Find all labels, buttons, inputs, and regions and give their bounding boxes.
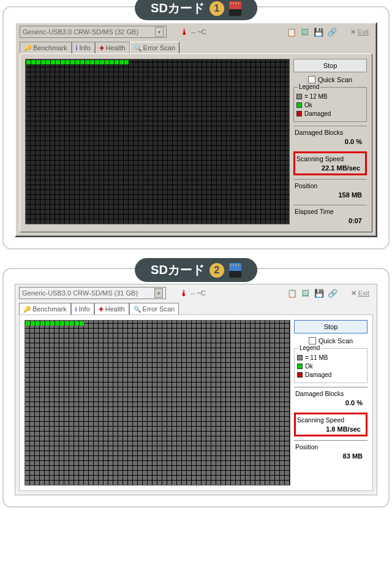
legend-damaged: Damaged	[297, 371, 364, 378]
temperature-value: -- ~C	[191, 28, 206, 36]
damaged-value: 0.0 %	[295, 138, 366, 145]
card-header: SDカード 1	[135, 0, 257, 20]
search-icon: 🔍	[134, 306, 141, 313]
damaged-blocks-block: Damaged Blocks 0.0 %	[294, 387, 368, 409]
scan-progress	[26, 60, 129, 64]
card-number-badge: 1	[209, 1, 224, 16]
device-select[interactable]: Generic-USB3.0 CRW-SD/MS (31 GB) ▾	[19, 287, 166, 299]
chevron-down-icon: ▾	[154, 288, 163, 298]
sd-card-icon	[229, 263, 241, 278]
speed-value: 22.1 MB/sec	[296, 164, 364, 172]
tab-info[interactable]: i Info	[72, 42, 95, 53]
tab-info[interactable]: i Info	[71, 303, 94, 314]
info-icon: i	[75, 306, 77, 313]
speed-value: 1.8 MB/sec	[297, 425, 364, 433]
legend-title: Legend	[298, 345, 321, 351]
sd-card-2: SDカード 2 Generic-USB3.0 CRW-SD/MS (31 GB)…	[2, 268, 390, 508]
position-label: Position	[295, 443, 366, 451]
position-value: 83 MB	[295, 452, 366, 460]
scan-speed-block: Scanning Speed 22.1 MB/sec	[293, 151, 367, 175]
legend-box: Legend = 12 MB Ok Damaged	[293, 87, 367, 122]
toolbar: Generic-USB3.0 CRW-SD/MS (32 GB) ▾ 🌡 -- …	[16, 23, 376, 40]
save-icon[interactable]: 💾	[312, 26, 325, 38]
exit-button[interactable]: ✕ Exit	[347, 28, 372, 36]
health-icon: ✚	[99, 306, 104, 313]
tabs: 🔑 Benchmark i Info ✚ Health 🔍 Error Scan	[15, 303, 377, 314]
temperature-readout: 🌡 -- ~C	[180, 27, 206, 37]
block-size-icon	[297, 355, 303, 360]
tab-benchmark[interactable]: 🔑 Benchmark	[20, 42, 72, 53]
elapsed-block: Elapsed Time 0:07	[293, 205, 367, 227]
card-title: SDカード	[151, 262, 205, 278]
screenshot-icon[interactable]: 🖼	[299, 26, 311, 38]
scan-progress	[26, 321, 84, 326]
quick-scan-checkbox[interactable]	[309, 337, 316, 345]
position-block: Position 158 MB	[293, 179, 367, 201]
damaged-block-icon	[296, 111, 302, 116]
stop-button[interactable]: Stop	[294, 320, 368, 333]
copy-icon[interactable]: 📋	[285, 26, 298, 38]
toolbar-buttons: 📋 🖼 💾 🔗	[285, 26, 338, 38]
quick-scan-label: Quick Scan	[318, 337, 353, 345]
sd-card-icon	[229, 1, 241, 16]
side-panel: Stop Quick Scan Legend = 12 MB Ok Damage…	[293, 59, 367, 227]
damaged-label: Damaged Blocks	[295, 390, 366, 397]
ok-block-icon	[297, 364, 303, 369]
copy-icon[interactable]: 📋	[286, 287, 298, 299]
stop-button[interactable]: Stop	[293, 59, 367, 72]
legend-ok: Ok	[296, 102, 364, 109]
info-icon: i	[76, 45, 78, 51]
close-icon: ✕	[350, 28, 356, 36]
screenshot-icon[interactable]: 🖼	[300, 287, 312, 299]
thermometer-icon: 🌡	[180, 27, 189, 37]
damaged-value: 0.0 %	[295, 399, 366, 406]
legend-blocksize: = 12 MB	[296, 93, 364, 100]
exit-button[interactable]: ✕ Exit	[347, 289, 373, 297]
quick-scan-checkbox[interactable]	[308, 76, 315, 83]
toolbar-buttons: 📋 🖼 💾 🔗	[286, 287, 339, 299]
tab-health[interactable]: ✚ Health	[94, 303, 129, 314]
card-title: SDカード	[151, 0, 205, 17]
temperature-value: -- ~C	[190, 289, 206, 297]
damaged-label: Damaged Blocks	[295, 129, 366, 136]
position-label: Position	[295, 182, 366, 189]
legend-box: Legend = 11 MB Ok Damaged	[294, 348, 368, 383]
device-select[interactable]: Generic-USB3.0 CRW-SD/MS (32 GB) ▾	[20, 26, 167, 38]
chevron-down-icon: ▾	[155, 27, 164, 37]
tab-health[interactable]: ✚ Health	[95, 42, 130, 53]
elapsed-label: Elapsed Time	[295, 208, 366, 215]
sd-card-1: SDカード 1 Generic-USB3.0 CRW-SD/MS (32 GB)…	[2, 6, 390, 249]
grid-cells	[26, 59, 289, 224]
block-grid	[25, 59, 290, 224]
link-icon[interactable]: 🔗	[326, 26, 338, 38]
quick-scan-row: Quick Scan	[293, 76, 367, 83]
damaged-block-icon	[297, 372, 303, 378]
search-icon: 🔍	[134, 45, 141, 51]
legend-ok: Ok	[297, 363, 364, 370]
scan-panel: Stop Quick Scan Legend = 11 MB Ok Damage…	[19, 314, 373, 491]
quick-scan-label: Quick Scan	[318, 76, 352, 83]
ok-block-icon	[296, 102, 302, 108]
damaged-blocks-block: Damaged Blocks 0.0 %	[293, 126, 367, 148]
tabs: 🔑 Benchmark i Info ✚ Health 🔍 Error Scan	[16, 42, 376, 53]
save-icon[interactable]: 💾	[313, 287, 325, 299]
key-icon: 🔑	[24, 45, 31, 51]
block-grid	[24, 320, 290, 486]
scan-panel: Stop Quick Scan Legend = 12 MB Ok Damage…	[20, 53, 372, 232]
key-icon: 🔑	[23, 306, 31, 313]
thermometer-icon: 🌡	[179, 288, 188, 298]
link-icon[interactable]: 🔗	[326, 287, 339, 299]
speed-label: Scanning Speed	[297, 416, 364, 424]
toolbar: Generic-USB3.0 CRW-SD/MS (31 GB) ▾ 🌡 -- …	[15, 284, 377, 302]
legend-damaged: Damaged	[296, 110, 364, 117]
block-size-icon	[296, 94, 302, 99]
tab-error-scan[interactable]: 🔍 Error Scan	[130, 42, 180, 53]
tab-benchmark[interactable]: 🔑 Benchmark	[19, 303, 71, 314]
grid-cells	[25, 321, 290, 485]
legend-title: Legend	[298, 83, 320, 90]
exit-label: Exit	[358, 289, 369, 297]
tab-error-scan[interactable]: 🔍 Error Scan	[129, 303, 179, 314]
position-block: Position 83 MB	[294, 440, 368, 462]
health-icon: ✚	[99, 45, 104, 51]
app-window: Generic-USB3.0 CRW-SD/MS (31 GB) ▾ 🌡 -- …	[15, 284, 377, 495]
